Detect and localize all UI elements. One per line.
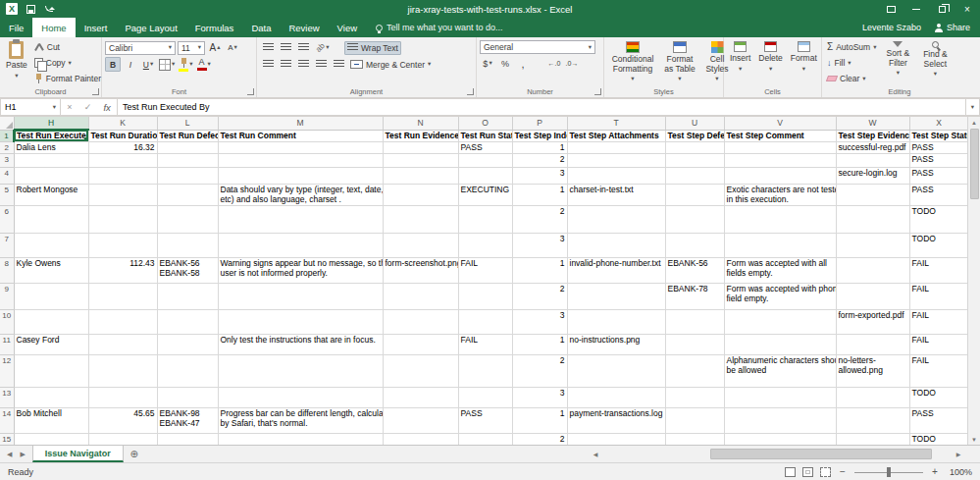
cell-N9[interactable] xyxy=(383,283,458,309)
cell-K10[interactable] xyxy=(88,309,157,334)
share-button[interactable]: Share xyxy=(935,23,970,32)
cell-U7[interactable] xyxy=(665,233,724,257)
cell-V4[interactable] xyxy=(724,167,836,184)
font-name-dropdown-arrow[interactable]: ▾ xyxy=(169,44,172,51)
comma-style-button[interactable]: , xyxy=(515,56,531,71)
name-box[interactable]: H1 ▾ xyxy=(0,98,61,116)
cell-K11[interactable] xyxy=(88,334,157,354)
font-name-combo[interactable]: Calibri ▾ xyxy=(105,41,176,55)
cell-O1[interactable]: Test Run Status xyxy=(458,130,512,141)
column-header-P[interactable]: P xyxy=(512,117,567,130)
cell-P12[interactable]: 2 xyxy=(512,354,567,387)
cell-N8[interactable]: form-screenshot.png xyxy=(383,257,458,283)
row-header-5[interactable]: 5 xyxy=(0,184,14,205)
cell-V2[interactable] xyxy=(724,141,836,153)
merge-center-button[interactable]: Merge & Center ▾ xyxy=(348,58,433,72)
cell-H15[interactable] xyxy=(14,433,88,445)
cell-O4[interactable] xyxy=(458,167,512,184)
horizontal-scrollbar[interactable]: ◀ ▶ xyxy=(590,448,964,460)
cell-K5[interactable] xyxy=(88,184,157,205)
tab-home[interactable]: Home xyxy=(32,18,75,37)
increase-decimal-button[interactable]: ←.0 xyxy=(546,56,562,71)
cell-U2[interactable] xyxy=(665,141,724,153)
close-button[interactable]: × xyxy=(954,0,980,18)
cancel-formula-icon[interactable]: × xyxy=(67,102,72,112)
cell-T15[interactable] xyxy=(567,433,665,445)
cell-W2[interactable]: successful-reg.pdf xyxy=(836,141,909,153)
align-center-button[interactable] xyxy=(278,57,293,72)
cell-L5[interactable] xyxy=(157,184,218,205)
cell-X15[interactable]: TODO xyxy=(909,433,968,445)
cell-K8[interactable]: 112.43 xyxy=(88,257,157,283)
top-align-button[interactable] xyxy=(260,40,276,55)
cell-N15[interactable] xyxy=(383,433,458,445)
cell-P3[interactable]: 2 xyxy=(512,153,567,167)
cell-V15[interactable] xyxy=(724,433,836,445)
paste-dropdown-arrow[interactable]: ▾ xyxy=(15,73,18,80)
row-header-6[interactable]: 6 xyxy=(0,205,14,233)
cell-L6[interactable] xyxy=(157,205,218,233)
cell-K6[interactable] xyxy=(88,205,157,233)
cell-X13[interactable]: TODO xyxy=(909,387,968,407)
cell-U1[interactable]: Test Step Defects xyxy=(665,130,724,141)
autosum-button[interactable]: Σ AutoSum ▾ xyxy=(825,40,878,54)
increase-indent-button[interactable] xyxy=(331,57,346,72)
cell-L2[interactable] xyxy=(157,141,218,153)
cell-O11[interactable]: FAIL xyxy=(458,334,512,354)
cell-O14[interactable]: PASS xyxy=(458,407,512,433)
scroll-left-arrow[interactable]: ◀ xyxy=(590,451,601,457)
cell-W10[interactable]: form-exported.pdf xyxy=(836,309,909,334)
vertical-scrollbar[interactable]: ▲ ▼ xyxy=(967,117,980,445)
cell-V11[interactable] xyxy=(724,334,836,354)
cell-O7[interactable] xyxy=(458,233,512,257)
tell-me-box[interactable]: Tell me what you want to do... xyxy=(376,18,503,37)
cell-L3[interactable] xyxy=(157,153,218,167)
cell-H10[interactable] xyxy=(14,309,88,334)
cell-P4[interactable]: 3 xyxy=(512,167,567,184)
next-sheet-arrow[interactable]: ▶ xyxy=(20,451,25,458)
page-layout-view-button[interactable] xyxy=(802,467,813,477)
cell-H4[interactable] xyxy=(14,167,88,184)
cell-W3[interactable] xyxy=(836,153,909,167)
cell-L10[interactable] xyxy=(157,309,218,334)
tab-review[interactable]: Review xyxy=(280,18,328,37)
cell-W11[interactable] xyxy=(836,334,909,354)
cell-T13[interactable] xyxy=(567,387,665,407)
cell-V8[interactable]: Form was accepted with all fields empty. xyxy=(724,257,836,283)
undo-button[interactable] xyxy=(43,3,55,15)
column-header-H[interactable]: H xyxy=(14,117,88,130)
cell-V14[interactable] xyxy=(724,407,836,433)
expand-formula-bar-button[interactable]: ▾ xyxy=(966,98,980,116)
tab-file[interactable]: File xyxy=(0,18,32,37)
column-header-V[interactable]: V xyxy=(724,117,836,130)
cell-H9[interactable] xyxy=(14,283,88,309)
cell-T8[interactable]: invalid-phone-number.txt xyxy=(567,257,665,283)
scroll-down-arrow[interactable]: ▼ xyxy=(971,434,977,445)
cell-H8[interactable]: Kyle Owens xyxy=(14,257,88,283)
cell-L12[interactable] xyxy=(157,354,218,387)
cell-L13[interactable] xyxy=(157,387,218,407)
cell-U12[interactable] xyxy=(665,354,724,387)
cell-T10[interactable] xyxy=(567,309,665,334)
cell-M13[interactable] xyxy=(218,387,383,407)
cell-M9[interactable] xyxy=(218,283,383,309)
restore-button[interactable] xyxy=(929,0,954,18)
cut-button[interactable]: Cut xyxy=(32,40,103,54)
cell-T4[interactable] xyxy=(567,167,665,184)
decrease-font-size-button[interactable]: A▾ xyxy=(225,40,240,55)
scroll-right-arrow[interactable]: ▶ xyxy=(953,451,964,457)
cell-U9[interactable]: EBANK-78 xyxy=(665,283,724,309)
cell-M14[interactable]: Progress bar can be different length, ca… xyxy=(218,407,383,433)
cell-P10[interactable]: 3 xyxy=(512,309,567,334)
cell-W12[interactable]: no-letters- allowed.png xyxy=(836,354,909,387)
cell-P13[interactable]: 3 xyxy=(512,387,567,407)
enter-formula-icon[interactable]: ✓ xyxy=(84,102,92,112)
column-header-M[interactable]: M xyxy=(218,117,383,130)
font-dialog-launcher[interactable] xyxy=(247,88,254,95)
cell-V10[interactable] xyxy=(724,309,836,334)
cell-M5[interactable]: Data should vary by type (integer, text,… xyxy=(218,184,383,205)
delete-cells-button[interactable]: Delete ▾ xyxy=(755,40,786,73)
cell-O8[interactable]: FAIL xyxy=(458,257,512,283)
column-header-T[interactable]: T xyxy=(567,117,665,130)
format-painter-button[interactable]: Format Painter xyxy=(32,72,103,85)
